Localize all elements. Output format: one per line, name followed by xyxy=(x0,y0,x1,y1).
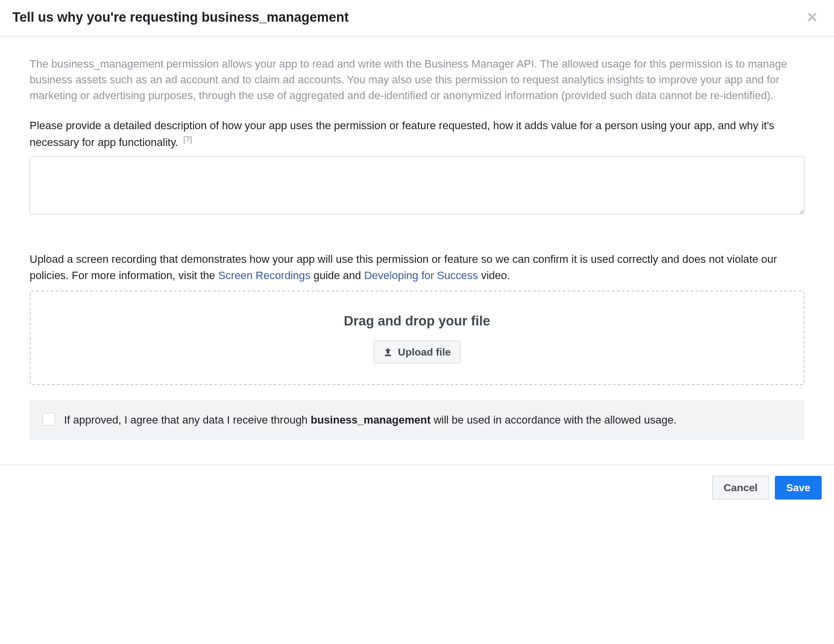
agreement-post: will be used in accordance with the allo… xyxy=(431,414,677,426)
dropzone-title: Drag and drop your file xyxy=(40,314,794,329)
dialog-footer: Cancel Save xyxy=(0,465,834,510)
upload-instruction-end: video. xyxy=(478,269,510,282)
permission-description: The business_management permission allow… xyxy=(30,56,804,104)
save-button[interactable]: Save xyxy=(775,476,822,500)
agreement-text: If approved, I agree that any data I rec… xyxy=(64,412,677,428)
permission-request-dialog: Tell us why you're requesting business_m… xyxy=(0,0,834,510)
upload-instruction: Upload a screen recording that demonstra… xyxy=(30,251,804,284)
screen-recordings-link[interactable]: Screen Recordings xyxy=(218,269,311,282)
agreement-pre: If approved, I agree that any data I rec… xyxy=(64,414,311,426)
detail-instruction: Please provide a detailed description of… xyxy=(30,117,804,150)
upload-file-button[interactable]: Upload file xyxy=(374,341,460,363)
help-icon[interactable]: [?] xyxy=(183,135,192,143)
dialog-header: Tell us why you're requesting business_m… xyxy=(0,0,834,36)
detail-instruction-text: Please provide a detailed description of… xyxy=(30,119,774,148)
cancel-button[interactable]: Cancel xyxy=(712,476,769,500)
agreement-checkbox[interactable] xyxy=(42,413,55,426)
developing-for-success-link[interactable]: Developing for Success xyxy=(364,269,478,282)
upload-instruction-mid1: guide and xyxy=(311,269,364,282)
dialog-title: Tell us why you're requesting business_m… xyxy=(12,10,349,25)
file-dropzone[interactable]: Drag and drop your file Upload file xyxy=(30,290,804,385)
close-icon[interactable]: ✕ xyxy=(802,11,822,25)
description-textarea[interactable] xyxy=(30,156,804,215)
upload-file-label: Upload file xyxy=(398,346,451,358)
agreement-box: If approved, I agree that any data I rec… xyxy=(30,400,804,440)
upload-icon xyxy=(383,347,393,358)
dialog-body: The business_management permission allow… xyxy=(0,36,834,465)
agreement-permission-name: business_management xyxy=(311,414,430,426)
